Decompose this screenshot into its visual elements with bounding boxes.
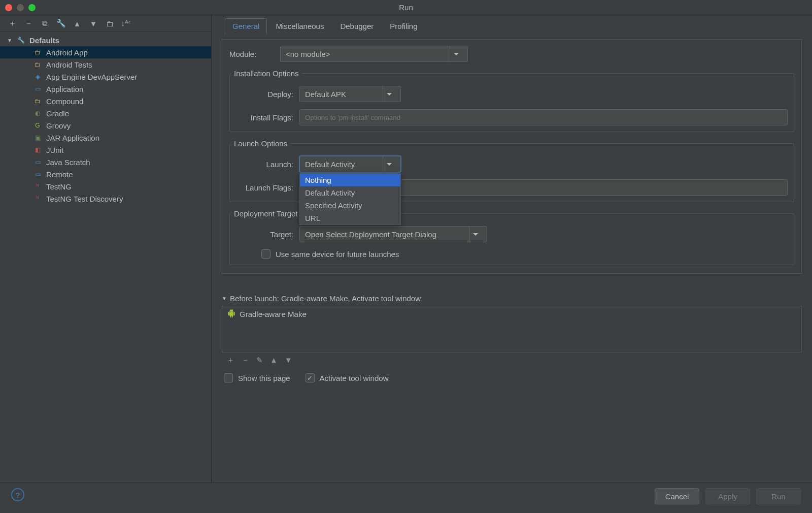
launch-dropdown-list: Nothing Default Activity Specified Activ… bbox=[299, 173, 401, 225]
dropdown-option-url[interactable]: URL bbox=[300, 212, 400, 225]
expand-arrow-icon[interactable]: ▼ bbox=[7, 38, 12, 43]
move-down-icon[interactable]: ▼ bbox=[88, 18, 98, 28]
module-label: Module: bbox=[229, 50, 280, 58]
groovy-icon: G bbox=[33, 121, 42, 130]
config-tree: ▼ 🔧 Defaults 🗀 Android App 🗀 Android Tes… bbox=[0, 32, 211, 207]
testng-icon: ᴺ bbox=[33, 194, 42, 203]
tree-item-testng-discovery[interactable]: ᴺ TestNG Test Discovery bbox=[0, 193, 211, 205]
module-value: <no module> bbox=[286, 50, 330, 58]
remove-config-icon[interactable]: － bbox=[23, 18, 33, 28]
tree-item-label: App Engine DevAppServer bbox=[46, 73, 137, 81]
deploy-label: Deploy: bbox=[241, 90, 299, 99]
tree-root-defaults[interactable]: ▼ 🔧 Defaults bbox=[0, 34, 211, 46]
same-device-label: Use same device for future launches bbox=[276, 250, 399, 259]
add-config-icon[interactable]: ＋ bbox=[7, 18, 17, 28]
folder-icon: 🗀 bbox=[33, 48, 42, 57]
tree-item-android-tests[interactable]: 🗀 Android Tests bbox=[0, 58, 211, 71]
bl-add-icon[interactable]: ＋ bbox=[227, 356, 234, 365]
apply-button[interactable]: Apply bbox=[705, 488, 750, 504]
move-up-icon[interactable]: ▲ bbox=[72, 18, 82, 28]
dropdown-arrow-icon bbox=[450, 46, 462, 61]
help-icon[interactable]: ? bbox=[11, 488, 24, 501]
launch-label: Launch: bbox=[241, 160, 299, 169]
wrench-icon: 🔧 bbox=[16, 36, 25, 45]
dropdown-option-specified-activity[interactable]: Specified Activity bbox=[300, 199, 400, 212]
junit-icon: ◧ bbox=[33, 145, 42, 154]
show-this-page-label: Show this page bbox=[238, 374, 290, 382]
tab-miscellaneous[interactable]: Miscellaneous bbox=[268, 18, 331, 34]
remote-icon: ▭ bbox=[33, 170, 42, 179]
before-launch-item-label: Gradle-aware Make bbox=[240, 310, 307, 318]
tree-item-jar[interactable]: ▣ JAR Application bbox=[0, 132, 211, 144]
footer: ? Cancel Apply Run bbox=[0, 483, 812, 513]
run-button[interactable]: Run bbox=[756, 488, 801, 504]
before-launch-toolbar: ＋ － ✎ ▲ ▼ bbox=[222, 352, 802, 368]
tree-item-android-app[interactable]: 🗀 Android App bbox=[0, 46, 211, 58]
bl-down-icon[interactable]: ▼ bbox=[285, 356, 292, 365]
tab-profiling[interactable]: Profiling bbox=[382, 18, 425, 34]
traffic-lights bbox=[5, 4, 36, 11]
installation-legend: Installation Options bbox=[231, 69, 302, 78]
close-window-icon[interactable] bbox=[5, 4, 12, 11]
before-launch-item[interactable]: Gradle-aware Make bbox=[222, 306, 801, 322]
tab-general[interactable]: General bbox=[225, 18, 267, 34]
tree-item-label: TestNG Test Discovery bbox=[46, 195, 123, 203]
tree-item-appengine[interactable]: ◈ App Engine DevAppServer bbox=[0, 71, 211, 83]
dropdown-option-default-activity[interactable]: Default Activity bbox=[300, 186, 400, 199]
tree-item-label: Remote bbox=[46, 170, 73, 179]
maximize-window-icon[interactable] bbox=[28, 4, 36, 11]
tree-item-junit[interactable]: ◧ JUnit bbox=[0, 144, 211, 156]
activate-tool-window-label: Activate tool window bbox=[320, 374, 389, 382]
deploy-value: Default APK bbox=[305, 90, 346, 99]
install-flags-input[interactable] bbox=[299, 109, 788, 125]
collapse-arrow-icon[interactable]: ▼ bbox=[222, 296, 227, 301]
tab-debugger[interactable]: Debugger bbox=[332, 18, 381, 34]
tree-item-label: JAR Application bbox=[46, 134, 99, 142]
bl-edit-icon[interactable]: ✎ bbox=[256, 356, 263, 365]
target-label: Target: bbox=[241, 230, 299, 239]
window-title: Run bbox=[399, 3, 413, 12]
deploy-select[interactable]: Default APK bbox=[299, 86, 401, 102]
bl-remove-icon[interactable]: － bbox=[242, 356, 249, 365]
before-launch-header[interactable]: ▼ Before launch: Gradle-aware Make, Acti… bbox=[222, 294, 802, 303]
tree-item-remote[interactable]: ▭ Remote bbox=[0, 168, 211, 180]
module-select[interactable]: <no module> bbox=[280, 46, 468, 62]
general-panel: Module: <no module> Installation Options… bbox=[222, 39, 802, 274]
tree-item-compound[interactable]: 🗀 Compound bbox=[0, 95, 211, 107]
minimize-window-icon bbox=[17, 4, 24, 11]
tree-item-groovy[interactable]: G Groovy bbox=[0, 119, 211, 132]
folder-icon[interactable]: 🗀 bbox=[105, 18, 115, 28]
tree-item-label: Gradle bbox=[46, 109, 69, 118]
tab-bar: General Miscellaneous Debugger Profiling bbox=[225, 18, 802, 34]
target-select[interactable]: Open Select Deployment Target Dialog bbox=[299, 226, 487, 242]
bl-up-icon[interactable]: ▲ bbox=[270, 356, 278, 365]
launch-select[interactable]: Default Activity Nothing Default Activit… bbox=[299, 156, 401, 172]
testng-icon: ᴺ bbox=[33, 182, 42, 191]
before-launch-section: ▼ Before launch: Gradle-aware Make, Acti… bbox=[222, 294, 802, 388]
tree-item-testng[interactable]: ᴺ TestNG bbox=[0, 180, 211, 193]
dropdown-arrow-icon bbox=[383, 156, 395, 172]
sidebar-toolbar: ＋ － ⧉ 🔧 ▲ ▼ 🗀 ↓ᴬᶻ bbox=[0, 15, 211, 32]
tree-item-label: Java Scratch bbox=[46, 158, 90, 167]
same-device-checkbox[interactable] bbox=[261, 249, 270, 259]
tree-item-java-scratch[interactable]: ▭ Java Scratch bbox=[0, 156, 211, 168]
copy-config-icon[interactable]: ⧉ bbox=[40, 18, 50, 28]
launch-legend: Launch Options bbox=[231, 139, 290, 148]
tree-item-gradle[interactable]: ◐ Gradle bbox=[0, 107, 211, 119]
settings-icon[interactable]: 🔧 bbox=[56, 18, 66, 28]
dropdown-arrow-icon bbox=[469, 227, 482, 242]
tree-item-label: JUnit bbox=[46, 146, 63, 154]
titlebar: Run bbox=[0, 0, 812, 15]
folder-icon: 🗀 bbox=[33, 97, 42, 106]
dropdown-option-nothing[interactable]: Nothing bbox=[300, 174, 400, 186]
show-this-page-checkbox[interactable] bbox=[224, 373, 233, 382]
activate-tool-window-checkbox[interactable]: ✓ bbox=[306, 373, 315, 382]
cancel-button[interactable]: Cancel bbox=[655, 488, 699, 504]
content-pane: General Miscellaneous Debugger Profiling… bbox=[212, 15, 812, 483]
tree-item-label: Application bbox=[46, 85, 83, 93]
tree-item-application[interactable]: ▭ Application bbox=[0, 83, 211, 95]
sort-az-icon[interactable]: ↓ᴬᶻ bbox=[121, 18, 131, 28]
tree-item-label: TestNG bbox=[46, 182, 72, 191]
tree-item-label: Android Tests bbox=[46, 60, 92, 69]
tree-item-label: Compound bbox=[46, 97, 83, 106]
